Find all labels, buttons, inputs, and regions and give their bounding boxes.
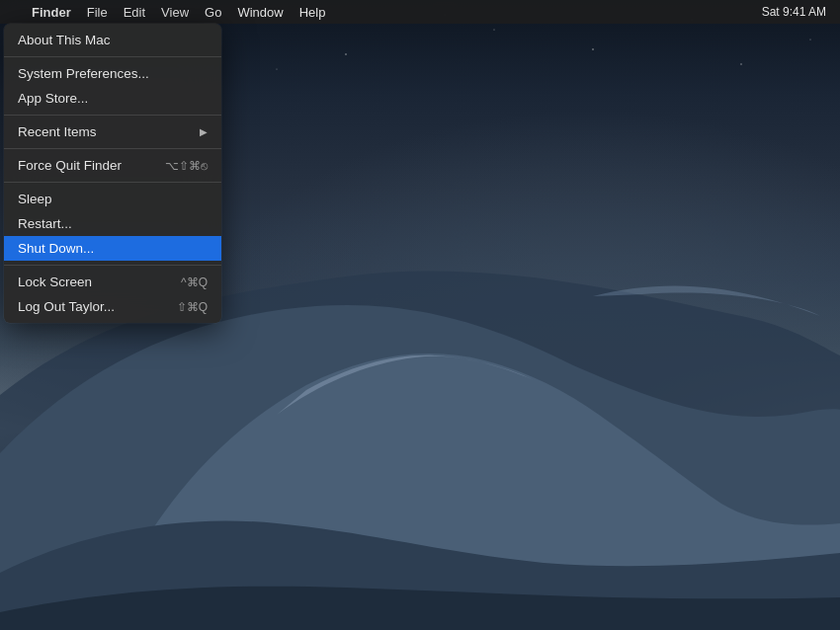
menu-divider-3 — [4, 148, 221, 149]
menu-item-system-prefs[interactable]: System Preferences... — [4, 61, 221, 86]
menubar-edit[interactable]: Edit — [116, 3, 153, 22]
menu-item-recent-items-label: Recent Items — [18, 124, 97, 139]
menu-item-restart-label: Restart... — [18, 216, 72, 231]
menu-item-force-quit[interactable]: Force Quit Finder ⌥⇧⌘⎋ — [4, 153, 221, 178]
menubar: Finder File Edit View Go Window Help Sat… — [0, 0, 840, 24]
menu-divider-1 — [4, 56, 221, 57]
menu-divider-2 — [4, 115, 221, 116]
svg-point-8 — [809, 39, 810, 39]
menu-item-system-prefs-label: System Preferences... — [18, 66, 149, 81]
menubar-file[interactable]: File — [79, 3, 116, 22]
svg-point-3 — [345, 53, 346, 54]
menubar-right: Sat 9:41 AM — [756, 3, 832, 21]
menubar-view[interactable]: View — [153, 3, 197, 22]
menu-item-restart[interactable]: Restart... — [4, 211, 221, 236]
menubar-finder[interactable]: Finder — [24, 3, 79, 22]
menubar-window[interactable]: Window — [229, 3, 291, 22]
menu-divider-4 — [4, 182, 221, 183]
menu-divider-5 — [4, 265, 221, 266]
menu-item-sleep[interactable]: Sleep — [4, 187, 221, 211]
menubar-time: Sat 9:41 AM — [756, 3, 832, 21]
menu-item-logout[interactable]: Log Out Taylor... ⇧⌘Q — [4, 294, 221, 319]
menubar-left: Finder File Edit View Go Window Help — [8, 3, 333, 22]
menu-item-about[interactable]: About This Mac — [4, 28, 221, 52]
menu-item-lock-screen-shortcut: ^⌘Q — [181, 276, 208, 289]
svg-point-7 — [740, 63, 741, 64]
menu-item-force-quit-label: Force Quit Finder — [18, 158, 122, 173]
menu-item-lock-screen-label: Lock Screen — [18, 275, 92, 289]
menu-item-sleep-label: Sleep — [18, 192, 52, 206]
menu-item-shutdown-label: Shut Down... — [18, 241, 94, 256]
menu-item-lock-screen[interactable]: Lock Screen ^⌘Q — [4, 270, 221, 294]
menu-item-about-label: About This Mac — [18, 33, 111, 47]
menubar-help[interactable]: Help — [292, 3, 334, 22]
apple-dropdown-menu: About This Mac System Preferences... App… — [4, 24, 221, 323]
menu-item-app-store-label: App Store... — [18, 91, 88, 106]
menu-item-recent-items[interactable]: Recent Items ▶ — [4, 119, 221, 144]
menu-item-force-quit-shortcut: ⌥⇧⌘⎋ — [165, 159, 208, 173]
menu-item-shutdown[interactable]: Shut Down... — [4, 236, 221, 261]
menu-item-logout-shortcut: ⇧⌘Q — [177, 300, 208, 314]
submenu-arrow-icon: ▶ — [200, 126, 208, 137]
svg-point-4 — [493, 29, 494, 30]
svg-point-10 — [276, 68, 277, 69]
menubar-go[interactable]: Go — [197, 3, 229, 22]
menu-item-app-store[interactable]: App Store... — [4, 86, 221, 111]
menu-item-logout-label: Log Out Taylor... — [18, 299, 115, 314]
svg-point-5 — [592, 48, 594, 50]
